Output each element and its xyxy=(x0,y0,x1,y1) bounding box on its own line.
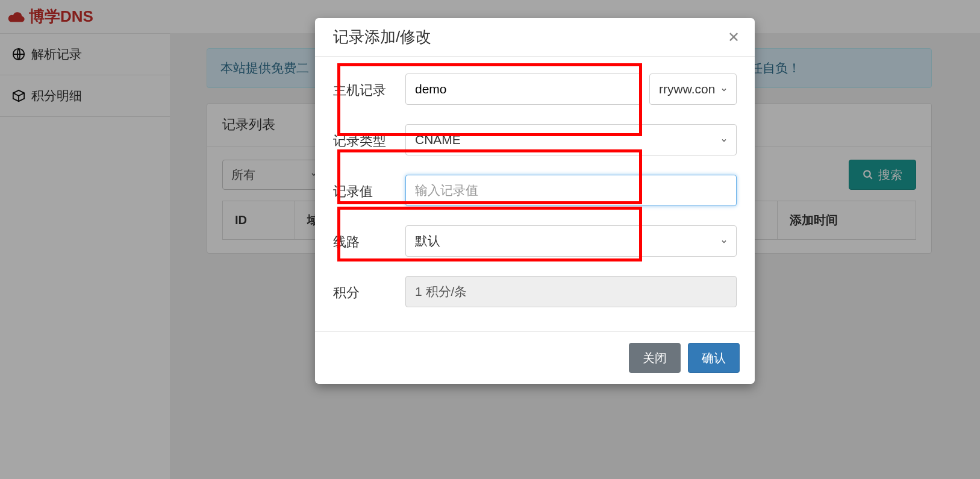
chevron-down-icon xyxy=(720,234,728,248)
line-select-value: 默认 xyxy=(415,233,440,249)
points-readonly: 1 积分/条 xyxy=(405,276,737,307)
record-modal: 记录添加/修改 ✕ 主机记录 rryww.con 记录类型 xyxy=(315,18,755,384)
line-select[interactable]: 默认 xyxy=(405,225,737,257)
label-host: 主机记录 xyxy=(333,74,405,105)
modal-header: 记录添加/修改 ✕ xyxy=(315,18,755,57)
modal-footer: 关闭 确认 xyxy=(315,331,755,384)
label-points: 积分 xyxy=(333,276,405,307)
label-line: 线路 xyxy=(333,225,405,257)
close-button[interactable]: 关闭 xyxy=(629,343,681,373)
points-value: 1 积分/条 xyxy=(415,283,467,300)
form-row-value: 记录值 xyxy=(333,175,737,206)
confirm-button[interactable]: 确认 xyxy=(688,343,740,373)
form-row-line: 线路 默认 xyxy=(333,225,737,257)
form-row-points: 积分 1 积分/条 xyxy=(333,276,737,307)
label-type: 记录类型 xyxy=(333,124,405,155)
chevron-down-icon xyxy=(720,133,728,147)
value-input-wrap[interactable] xyxy=(405,175,737,206)
type-select[interactable]: CNAME xyxy=(405,124,737,155)
domain-select[interactable]: rryww.con xyxy=(649,74,737,105)
chevron-down-icon xyxy=(720,82,728,96)
modal-title: 记录添加/修改 xyxy=(333,27,431,48)
close-button-label: 关闭 xyxy=(643,350,667,366)
form-row-host: 主机记录 rryww.con xyxy=(333,74,737,105)
host-input-wrap[interactable] xyxy=(405,74,642,105)
host-input[interactable] xyxy=(415,82,632,96)
domain-select-value: rryww.con xyxy=(659,82,715,96)
label-value: 记录值 xyxy=(333,175,405,206)
confirm-button-label: 确认 xyxy=(702,350,726,366)
close-icon[interactable]: ✕ xyxy=(728,30,740,45)
modal-body: 主机记录 rryww.con 记录类型 CNAME xyxy=(315,57,755,331)
type-select-value: CNAME xyxy=(415,133,461,147)
value-input[interactable] xyxy=(415,183,727,198)
form-row-type: 记录类型 CNAME xyxy=(333,124,737,155)
